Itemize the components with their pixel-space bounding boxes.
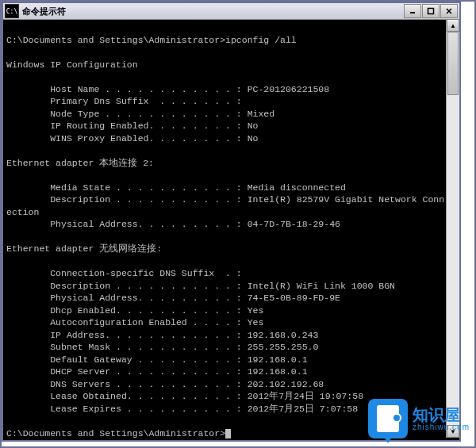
maximize-button[interactable] [422,4,440,18]
watermark-logo: 知识屋 zhishiwu.com [368,399,470,438]
watermark-icon [368,399,408,438]
watermark-cn: 知识屋 [413,407,470,423]
text-cursor [225,429,231,438]
titlebar[interactable]: C:\ 命令提示符 [3,3,459,20]
close-button[interactable] [440,4,458,18]
scroll-up-arrow[interactable]: ▲ [447,19,459,32]
scroll-thumb[interactable] [447,32,459,95]
command-prompt-window: C:\ 命令提示符 C:\Documents and Settings\Admi… [2,2,461,442]
watermark-en: zhishiwu.com [413,423,470,431]
terminal-output[interactable]: C:\Documents and Settings\Administrator>… [3,20,459,440]
window-title: 命令提示符 [22,6,404,17]
app-icon: C:\ [5,4,19,18]
vertical-scrollbar[interactable]: ▲ ▼ [446,19,459,438]
svg-rect-1 [428,9,434,14]
minimize-button[interactable] [404,4,421,18]
scroll-track[interactable] [447,32,459,425]
